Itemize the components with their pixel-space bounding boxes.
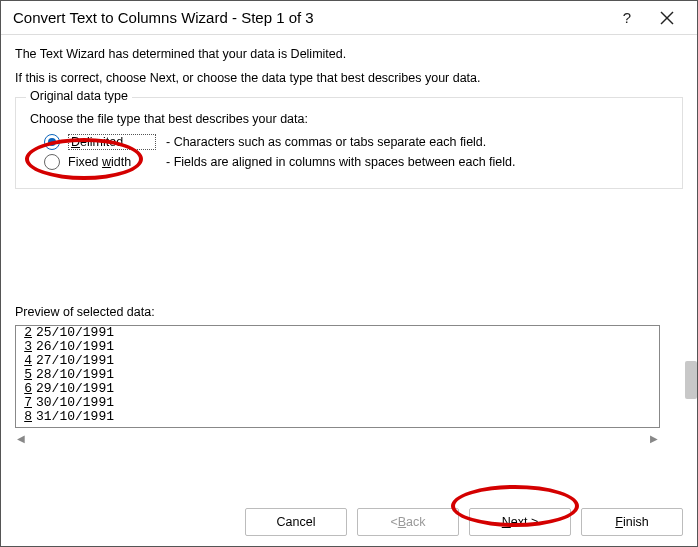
original-data-type-group: Original data type Choose the file type … [15, 97, 683, 189]
table-row: 427/10/1991 [16, 354, 659, 368]
close-button[interactable] [647, 11, 687, 25]
radio-delimited[interactable] [44, 134, 60, 150]
preview-box[interactable]: 225/10/1991 326/10/1991 427/10/1991 528/… [15, 325, 660, 428]
table-row: 326/10/1991 [16, 340, 659, 354]
vertical-scrollbar-thumb[interactable] [685, 361, 697, 399]
scroll-right-icon[interactable]: ▶ [650, 433, 658, 444]
radio-desc-delimited: - Characters such as commas or tabs sepa… [166, 135, 486, 149]
title-bar: Convert Text to Columns Wizard - Step 1 … [1, 1, 697, 35]
radio-label-fixed-width: Fixed width [68, 155, 156, 169]
group-prompt: Choose the file type that best describes… [30, 112, 668, 126]
footer-buttons: Cancel < Back Next > Finish [245, 508, 683, 536]
intro-text-1: The Text Wizard has determined that your… [15, 47, 683, 61]
table-row: 225/10/1991 [16, 326, 659, 340]
radio-fixed-width[interactable] [44, 154, 60, 170]
table-row: 831/10/1991 [16, 410, 659, 424]
table-row: 629/10/1991 [16, 382, 659, 396]
radio-row-fixed-width[interactable]: Fixed width - Fields are aligned in colu… [30, 152, 668, 172]
scroll-left-icon[interactable]: ◀ [17, 433, 25, 444]
group-legend: Original data type [26, 89, 132, 103]
radio-label-delimited: Delimited [68, 134, 156, 150]
radio-row-delimited[interactable]: Delimited - Characters such as commas or… [30, 132, 668, 152]
close-icon [660, 11, 674, 25]
help-button[interactable]: ? [607, 9, 647, 26]
finish-button[interactable]: Finish [581, 508, 683, 536]
radio-desc-fixed-width: - Fields are aligned in columns with spa… [166, 155, 516, 169]
back-button[interactable]: < Back [357, 508, 459, 536]
horizontal-scrollbar[interactable]: ◀ ▶ [15, 430, 660, 446]
cancel-button[interactable]: Cancel [245, 508, 347, 536]
table-row: 730/10/1991 [16, 396, 659, 410]
dialog-title: Convert Text to Columns Wizard - Step 1 … [13, 9, 607, 26]
preview-label: Preview of selected data: [15, 305, 683, 319]
table-row: 528/10/1991 [16, 368, 659, 382]
next-button[interactable]: Next > [469, 508, 571, 536]
intro-text-2: If this is correct, choose Next, or choo… [15, 71, 683, 85]
